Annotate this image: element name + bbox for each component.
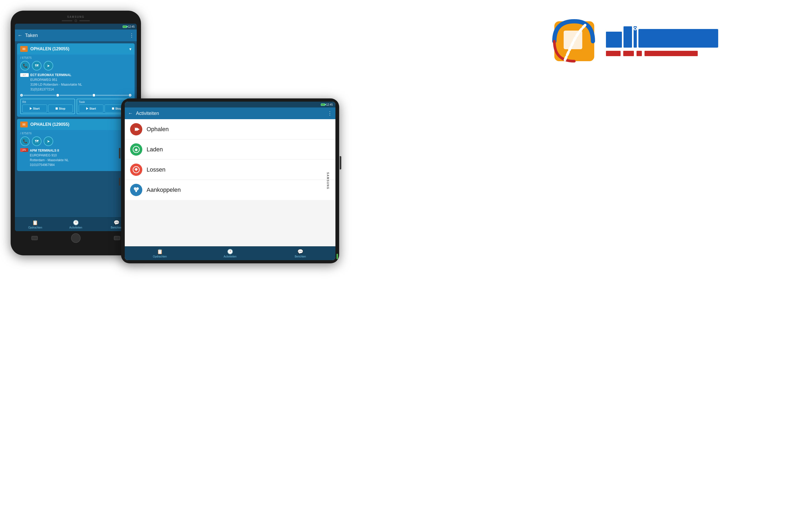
task-1-rit-stop-label: Stop xyxy=(59,107,65,110)
tablet-opdrachten-label: Opdrachten xyxy=(153,255,167,258)
phone-time: 12:45 xyxy=(128,25,135,28)
svg-rect-4 xyxy=(135,150,137,151)
task-2-location-btn[interactable]: ➤ xyxy=(44,136,53,146)
task-1-phone-btn[interactable]: 📞 xyxy=(20,61,30,71)
tablet-berichten-icon: 💬 xyxy=(298,249,303,254)
aankoppelen-svg-icon xyxy=(133,187,140,193)
dot-1 xyxy=(20,94,23,97)
task-1-header[interactable]: OPHALEN (129055) ▾ xyxy=(17,43,135,55)
logo-area xyxy=(549,16,718,66)
tablet-volume-down[interactable] xyxy=(119,178,120,186)
task-1-nav-btn[interactable]: 🗺 xyxy=(32,61,41,71)
task-2-phone: 31010754967984 xyxy=(30,163,69,167)
ophalen-icon-circle xyxy=(130,123,142,135)
laden-icon-circle xyxy=(130,144,142,156)
task-1-company-row: ECT ECT EUROMAX TERMINAL EUROPAWEG 951 3… xyxy=(20,73,131,92)
svg-marker-3 xyxy=(134,148,138,150)
tablet-power-btn[interactable] xyxy=(340,156,341,169)
tablet-opdrachten-icon: 📋 xyxy=(157,249,163,254)
task-1-chevron: ▾ xyxy=(129,46,131,52)
activity-lossen[interactable]: Lossen xyxy=(125,159,336,180)
svg-rect-7 xyxy=(135,168,137,169)
tablet-berichten-label: Berichten xyxy=(295,255,306,258)
phone-status-bar: 12:45 xyxy=(15,24,137,30)
tablet-volume-up[interactable] xyxy=(119,148,120,158)
lossen-svg-icon xyxy=(133,166,140,173)
tablet-status-bar: 12:45 xyxy=(125,101,336,108)
nav-item-opdrachten[interactable]: 📋 Opdrachten xyxy=(15,220,56,229)
task-2-nav-btn[interactable]: 🗺 xyxy=(32,136,41,146)
phone-menu-button[interactable]: ⋮ xyxy=(129,33,134,38)
svg-rect-11 xyxy=(135,190,137,192)
svg-rect-13 xyxy=(564,31,582,49)
logo-red-bar-1 xyxy=(606,51,621,56)
task-1-rit-taak: Rit Start Stop xyxy=(20,99,131,114)
tablet-bottom-nav: 📋 Opdrachten 🕐 Activiteiten 💬 Berichten xyxy=(125,246,336,260)
task-1-rit-label: Rit xyxy=(22,100,73,103)
logo-bar-i xyxy=(633,26,637,48)
task-1-phone: 31(0)181377214 xyxy=(30,87,82,92)
logo-i-dot xyxy=(633,27,637,30)
activity-ophalen[interactable]: Ophalen xyxy=(125,119,336,139)
task-card-2: OPHALEN (129055) ▾ / 875876 📞 🗺 ➤ APM xyxy=(17,119,135,171)
back-button[interactable]: ← xyxy=(18,33,22,38)
start-icon-2 xyxy=(86,107,88,110)
phone-home-hw[interactable] xyxy=(71,233,81,243)
task-1-taak-start-button[interactable]: Start xyxy=(79,104,103,113)
nav-item-activiteiten[interactable]: 🕐 Activiteiten xyxy=(56,220,96,229)
task-1-rit-start-button[interactable]: Start xyxy=(22,104,47,113)
tablet-back-button[interactable]: ← xyxy=(128,111,133,116)
tablet-activiteiten-label: Activiteiten xyxy=(224,255,236,258)
task-1-location-btn[interactable]: ➤ xyxy=(44,61,53,71)
tablet-nav-activiteiten[interactable]: 🕐 Activiteiten xyxy=(195,249,265,258)
task-2-phone-btn[interactable]: 📞 xyxy=(20,136,30,146)
tablet-brand: SAMSUNG xyxy=(326,172,329,189)
logo-red-bars xyxy=(606,51,718,56)
dot-3 xyxy=(93,94,95,97)
task-1-rit-start-label: Start xyxy=(33,107,40,110)
phone-back-hw[interactable] xyxy=(32,236,38,240)
laden-label: Laden xyxy=(147,146,163,153)
task-1-address-line2: 3199 LD Rotterdam - Maasvlakte NL xyxy=(30,82,82,87)
tablet-nav-berichten[interactable]: 💬 Berichten xyxy=(265,249,336,258)
battery-icon xyxy=(122,25,127,28)
tablet-header: ← Activiteiten ⋮ xyxy=(125,108,336,119)
logo-red-bar-2 xyxy=(623,51,634,56)
dot-line-2 xyxy=(60,95,92,95)
phone-recent-hw[interactable] xyxy=(114,236,120,240)
tablet-screen: 12:45 ← Activiteiten ⋮ Ophalen xyxy=(125,101,336,260)
task-card-1: OPHALEN (129055) ▾ / 875875 📞 🗺 ➤ ECT xyxy=(17,43,135,117)
task-1-rit-stop-button[interactable]: Stop xyxy=(48,104,73,113)
berichten-label: Berichten xyxy=(111,226,122,229)
logo-bar-2 xyxy=(624,26,632,48)
task-1-actions: 📞 🗺 ➤ xyxy=(20,61,131,71)
tablet-nav-opdrachten[interactable]: 📋 Opdrachten xyxy=(125,249,195,258)
tablet-menu-button[interactable]: ⋮ xyxy=(327,110,332,116)
task-2-header[interactable]: OPHALEN (129055) ▾ xyxy=(17,119,135,130)
tablet-charge-indicator xyxy=(337,254,338,259)
phone-content: OPHALEN (129055) ▾ / 875875 📞 🗺 ➤ ECT xyxy=(15,41,137,217)
tablet-time: 12:45 xyxy=(326,103,333,106)
phone-header: ← Taken ⋮ xyxy=(15,30,137,41)
phone-header-title: Taken xyxy=(25,33,127,38)
task-2-ref: / 875876 xyxy=(20,132,131,135)
task-1-company-name: ECT EUROMAX TERMINAL xyxy=(30,73,82,77)
phone-bottom-nav: 📋 Opdrachten 🕐 Activiteiten 💬 Berichten xyxy=(15,217,137,231)
phone-hw-buttons xyxy=(15,231,137,245)
task-1-progress xyxy=(20,94,131,97)
lossen-label: Lossen xyxy=(147,166,166,173)
svg-point-8 xyxy=(134,187,136,190)
svg-rect-10 xyxy=(135,190,138,190)
stop-icon xyxy=(56,108,58,110)
tablet-battery-icon xyxy=(321,103,325,106)
task-2-company-name: APM TERMINALS II xyxy=(30,148,69,153)
task-2-icon xyxy=(20,121,28,128)
svg-marker-6 xyxy=(134,169,138,171)
phone-brand: SAMSUNG xyxy=(15,15,137,18)
task-2-actions: 📞 🗺 ➤ xyxy=(20,136,131,146)
task-1-rit-buttons: Start Stop xyxy=(22,104,73,113)
activity-laden[interactable]: Laden xyxy=(125,139,336,159)
opdrachten-label: Opdrachten xyxy=(28,226,42,229)
activity-aankoppelen[interactable]: Aankoppelen xyxy=(125,180,336,200)
svg-marker-1 xyxy=(136,128,140,131)
